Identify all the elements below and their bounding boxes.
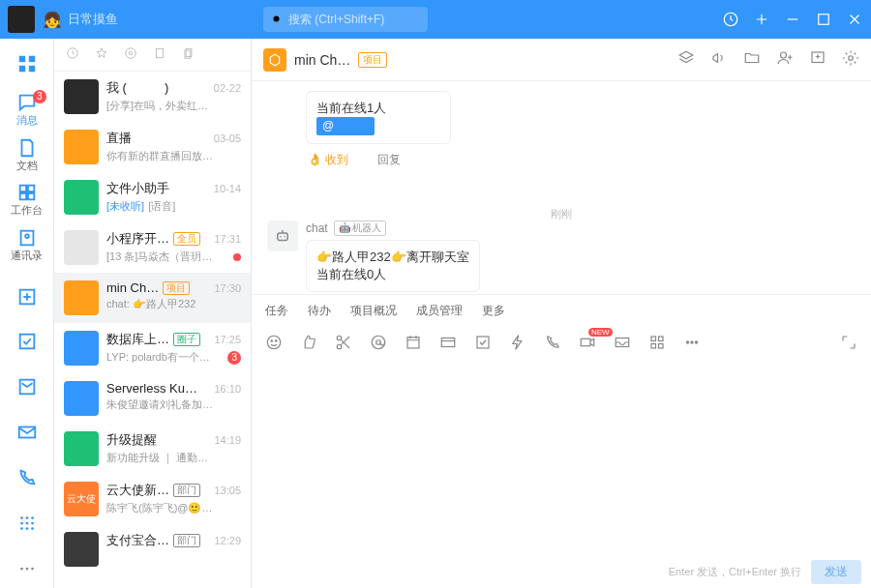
filter-star-icon[interactable] xyxy=(95,46,108,64)
message-text: 当前在线1人 xyxy=(316,100,440,117)
video-icon[interactable] xyxy=(579,334,596,355)
history-icon[interactable] xyxy=(722,11,739,28)
scissors-icon[interactable] xyxy=(335,334,352,355)
message-bubble: 当前在线1人 @ xyxy=(306,91,451,144)
conversation-list: 我 ( ) 02-22 [分享]在吗，外卖红… 直播 03-05 你有新的群直播… xyxy=(54,39,252,588)
sidebar-add[interactable] xyxy=(4,277,50,316)
sidebar-more[interactable] xyxy=(4,548,50,588)
conversation-item[interactable]: 升级提醒 14:19 新功能升级 ｜ 通勤… xyxy=(54,424,251,474)
mention[interactable]: @ xyxy=(316,117,375,135)
expand-icon[interactable] xyxy=(840,334,857,355)
layers-icon[interactable] xyxy=(677,49,695,71)
svg-point-26 xyxy=(20,567,23,570)
conv-time: 10-14 xyxy=(214,183,241,194)
conversation-item[interactable]: 云大使 云大使新… 部门 13:05 陈宇飞(陈宇飞)@🙂… xyxy=(54,474,251,524)
close-icon[interactable] xyxy=(846,11,863,28)
receive-button[interactable]: 👌 收到 xyxy=(308,152,348,168)
card-icon[interactable] xyxy=(439,334,457,355)
svg-rect-6 xyxy=(28,66,34,72)
sender-name: chat xyxy=(306,221,328,235)
sidebar-label: 工作台 xyxy=(11,203,43,218)
filter-recent-icon[interactable] xyxy=(66,46,79,64)
calendar-icon[interactable] xyxy=(405,334,422,355)
conversation-item[interactable]: min Ch… 项目 17:30 chat: 👉路人甲232 xyxy=(54,273,251,323)
timestamp: 刚刚 xyxy=(551,207,572,221)
sidebar-label: 消息 xyxy=(16,113,38,128)
search-input[interactable]: 搜索 (Ctrl+Shift+F) xyxy=(263,7,428,32)
svg-rect-50 xyxy=(477,337,489,348)
announce-icon[interactable] xyxy=(710,49,728,71)
sidebar-menu[interactable] xyxy=(4,503,50,543)
reply-button[interactable]: 回复 xyxy=(377,152,401,168)
apps-icon[interactable] xyxy=(648,334,666,355)
sidebar-docs[interactable]: 文档 xyxy=(4,135,50,175)
conv-title: 直播 xyxy=(106,130,132,147)
at-icon[interactable] xyxy=(370,334,387,355)
conversation-item[interactable]: 我 ( ) 02-22 [分享]在吗，外卖红… xyxy=(54,72,251,122)
sidebar-mail-box[interactable] xyxy=(4,368,50,407)
svg-point-20 xyxy=(20,521,23,524)
conv-time: 13:05 xyxy=(214,485,241,496)
more-tools-icon[interactable] xyxy=(683,334,701,355)
svg-point-0 xyxy=(274,16,280,22)
thumbs-up-icon[interactable] xyxy=(300,334,317,355)
new-chat-icon[interactable] xyxy=(809,49,826,71)
chat-body: 当前在线1人 @ 👌 收到 回复 刚刚 chat 🤖 机器人 xyxy=(252,81,871,294)
message: 当前在线1人 @ 👌 收到 回复 xyxy=(306,91,856,172)
svg-point-59 xyxy=(695,341,697,343)
conv-avatar xyxy=(64,130,99,164)
conv-title: 支付宝合… xyxy=(106,532,169,549)
svg-rect-8 xyxy=(27,186,33,191)
sidebar-phone[interactable] xyxy=(4,457,50,497)
conversation-item[interactable]: 文件小助手 10-14 [未收听] [语音] xyxy=(54,172,251,222)
flash-icon[interactable] xyxy=(509,334,526,355)
svg-point-35 xyxy=(781,52,787,58)
folder-icon[interactable] xyxy=(743,49,761,71)
filter-copy-icon[interactable] xyxy=(182,46,195,64)
sidebar-workbench[interactable]: 工作台 xyxy=(4,180,50,220)
tab-tasks[interactable]: 任务 xyxy=(265,303,288,319)
maximize-icon[interactable] xyxy=(815,11,832,28)
tab-more[interactable]: 更多 xyxy=(482,303,505,319)
sidebar-check[interactable] xyxy=(4,322,50,362)
tab-todo[interactable]: 待办 xyxy=(308,303,331,319)
filter-doc-icon[interactable] xyxy=(153,46,166,64)
inbox-icon[interactable] xyxy=(614,334,631,355)
svg-point-41 xyxy=(267,336,281,349)
conversation-item[interactable]: 数据库上… 圈子 17:25 LYP: polardb有一个… 3 xyxy=(54,323,251,373)
search-placeholder: 搜索 (Ctrl+Shift+F) xyxy=(288,12,384,28)
sidebar-apps[interactable] xyxy=(4,44,50,84)
conversation-item[interactable]: 支付宝合… 部门 12:29 xyxy=(54,524,251,574)
conv-avatar xyxy=(64,230,99,265)
conv-preview: [13 条]马焱杰（晋玥… xyxy=(106,250,229,264)
emoji-icon[interactable] xyxy=(265,334,283,355)
svg-point-27 xyxy=(25,567,28,570)
plus-icon[interactable] xyxy=(753,11,770,28)
check-icon[interactable] xyxy=(474,334,492,355)
tab-members[interactable]: 成员管理 xyxy=(416,303,463,319)
tab-overview[interactable]: 项目概况 xyxy=(350,303,397,319)
conversation-item[interactable]: Serverless Ku… 16:10 朱俊望邀请刘礼备加… xyxy=(54,373,251,424)
chat-avatar xyxy=(263,48,286,72)
bot-avatar xyxy=(267,220,298,251)
conv-preview: LYP: polardb有一个… xyxy=(106,350,224,365)
minimize-icon[interactable] xyxy=(784,11,801,28)
chat-tag: 项目 xyxy=(358,52,387,68)
settings-icon[interactable] xyxy=(842,49,859,71)
conv-preview: [语音] xyxy=(148,199,241,214)
sidebar-messages[interactable]: 3 消息 xyxy=(4,90,50,130)
send-button[interactable]: 发送 xyxy=(811,560,861,584)
sidebar-mail[interactable] xyxy=(4,413,50,453)
conversation-item[interactable]: 小程序开… 全员 17:31 [13 条]马焱杰（晋玥… xyxy=(54,222,251,273)
sidebar-contacts[interactable]: 通讯录 xyxy=(4,225,50,265)
conv-time: 17:25 xyxy=(214,334,241,345)
conv-filter-tabs xyxy=(54,39,251,72)
filter-at-icon[interactable] xyxy=(124,46,137,64)
add-user-icon[interactable] xyxy=(776,49,794,71)
chat-input-area[interactable] xyxy=(252,362,871,555)
sidebar-label: 通讯录 xyxy=(11,249,43,263)
conversation-item[interactable]: 直播 03-05 你有新的群直播回放… xyxy=(54,122,251,172)
call-icon[interactable] xyxy=(544,334,561,355)
svg-rect-32 xyxy=(157,48,164,57)
user-avatar[interactable] xyxy=(8,6,35,33)
